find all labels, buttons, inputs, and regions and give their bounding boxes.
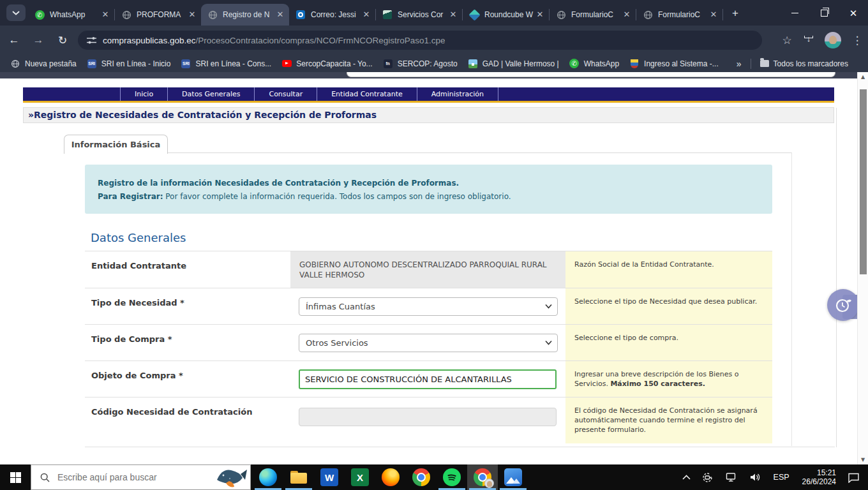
scrollbar-thumb[interactable] (860, 89, 867, 274)
bookmark-star-icon[interactable]: ☆ (776, 34, 798, 47)
taskbar-search-box[interactable] (31, 464, 251, 490)
field-help: El código de Necesidad de Contratación s… (565, 397, 772, 443)
tab-close-icon[interactable]: ✕ (448, 10, 458, 20)
profile-badge (484, 479, 494, 488)
tray-expand-chevron-icon[interactable] (682, 475, 691, 480)
tab-close-icon[interactable]: ✕ (708, 10, 719, 20)
taskbar-word-button[interactable]: W (314, 464, 345, 490)
menu-kebab-icon[interactable]: ⋮ (846, 34, 868, 47)
tab-search-button[interactable] (6, 4, 26, 21)
bookmark-gad-valle-hermoso[interactable]: GAD | Valle Hermoso | (468, 59, 559, 69)
page-header-search-edge (347, 72, 835, 77)
bookmarks-overflow-button[interactable]: » (737, 59, 742, 69)
taskbar-explorer-button[interactable] (283, 464, 314, 490)
taskbar-photos-button[interactable] (498, 464, 528, 490)
window-restore-button[interactable] (809, 0, 839, 26)
tipo-necesidad-select[interactable]: Ínfimas Cuantías (299, 297, 558, 316)
tab-close-icon[interactable]: ✕ (187, 10, 197, 20)
notification-center-icon[interactable] (848, 472, 860, 483)
system-tray: ESP 15:21 26/6/2024 (677, 464, 868, 490)
field-help: Seleccione el tipo de Necesidad que dese… (565, 288, 772, 324)
tab-close-icon[interactable]: ✕ (361, 10, 371, 20)
objeto-compra-input[interactable] (299, 369, 557, 389)
spotify-icon (443, 468, 461, 486)
tab-formulario-2[interactable]: FormularioC ✕ (636, 4, 722, 26)
clock[interactable]: 15:21 26/6/2024 (802, 468, 836, 486)
downloads-icon[interactable]: ↓ (804, 36, 814, 45)
scroll-up-icon[interactable]: ▲ (858, 74, 868, 80)
servicios-favicon (382, 10, 393, 20)
tab-title: Registro de N (223, 10, 275, 19)
sri-icon: SRI (181, 59, 191, 69)
all-bookmarks-button[interactable]: Todos los marcadores (760, 59, 848, 68)
address-bar[interactable]: compraspublicas.gob.ec/ProcesoContrataci… (78, 31, 762, 50)
meet-now-icon[interactable] (702, 472, 714, 483)
bookmark-nueva-pestana[interactable]: Nueva pestaña (10, 59, 77, 69)
forward-button[interactable]: → (29, 31, 47, 49)
tab-correo[interactable]: Correo: Jessi ✕ (289, 4, 375, 26)
search-box-fish-image (211, 466, 248, 489)
tab-formulario-1[interactable]: FormularioC ✕ (550, 4, 636, 26)
network-icon[interactable] (726, 472, 738, 482)
language-indicator[interactable]: ESP (774, 473, 789, 482)
bookmark-ingreso-sistema[interactable]: Ingreso al Sistema -... (629, 59, 719, 69)
tab-title: Servicios Cor (398, 10, 448, 19)
taskbar-spotify-button[interactable] (437, 464, 467, 490)
menu-item-datos-generales[interactable]: Datos Generales (167, 87, 254, 101)
taskbar-chrome-button[interactable] (406, 464, 437, 490)
taskbar-edge-button[interactable] (253, 464, 283, 490)
tab-title: Roundcube W (484, 10, 535, 19)
close-icon: ✕ (849, 8, 858, 18)
profile-avatar[interactable] (825, 32, 841, 48)
bookmark-label: SERCOP: Agosto (398, 59, 458, 68)
excel-icon: X (351, 468, 369, 486)
globe-icon (643, 10, 653, 20)
url-path: /ProcesoContratacion/compras/NCO/FrmNCOR… (196, 36, 445, 45)
menu-item-inicio[interactable]: Inicio (120, 87, 167, 101)
page-scrollbar[interactable]: ▲ ▼ (857, 72, 868, 464)
bookmark-sercop-agosto[interactable]: fn SERCOP: Agosto (383, 59, 458, 69)
bookmark-sri-inicio[interactable]: SRI SRI en Línea - Inicio (87, 59, 171, 69)
all-bookmarks-label: Todos los marcadores (774, 59, 848, 68)
tab-servicios[interactable]: Servicios Cor ✕ (376, 4, 462, 26)
tipo-compra-select[interactable]: Otros Servicios (299, 334, 558, 352)
info-notice: Registro de la información Necesidades d… (85, 165, 772, 214)
browser-toolbar: ← → ↻ compraspublicas.gob.ec/ProcesoCont… (0, 26, 868, 55)
new-tab-button[interactable]: + (728, 6, 743, 21)
tab-close-icon[interactable]: ✕ (100, 10, 110, 20)
scroll-down-icon[interactable]: ▼ (858, 457, 868, 463)
tab-registro-active[interactable]: Registro de N ✕ (201, 4, 289, 26)
content-divider-line (791, 152, 792, 446)
taskbar-firefox-button[interactable] (375, 464, 406, 490)
youtube-icon (281, 59, 292, 69)
menu-item-administracion[interactable]: Administración (417, 87, 498, 101)
outlook-icon (296, 10, 306, 20)
taskbar-search-input[interactable] (56, 471, 211, 483)
start-button[interactable] (0, 464, 31, 490)
session-timer-widget[interactable] (827, 289, 859, 321)
word-icon: W (320, 468, 338, 486)
site-info-icon[interactable] (87, 36, 96, 45)
bookmark-sri-consultas[interactable]: SRI SRI en Línea - Cons... (181, 59, 271, 69)
window-minimize-button[interactable] (780, 0, 809, 26)
form-row-entidad: Entidad Contratante GOBIERNO AUTONOMO DE… (85, 251, 772, 288)
minimize-icon (791, 13, 798, 13)
taskbar-chrome-profile-button-active[interactable] (467, 464, 498, 490)
tab-whatsapp[interactable]: WhatsApp ✕ (28, 4, 114, 26)
tab-close-icon[interactable]: ✕ (275, 10, 285, 20)
tab-roundcube[interactable]: Roundcube W ✕ (463, 4, 549, 26)
menu-item-consultar[interactable]: Consultar (254, 87, 317, 101)
tab-close-icon[interactable]: ✕ (622, 10, 632, 20)
tab-close-icon[interactable]: ✕ (535, 10, 545, 20)
bookmark-whatsapp[interactable]: WhatsApp (569, 59, 619, 69)
window-close-button[interactable]: ✕ (839, 0, 868, 26)
taskbar-excel-button[interactable]: X (345, 464, 375, 490)
reload-button[interactable]: ↻ (54, 31, 71, 49)
tab-baseline (167, 152, 791, 153)
volume-icon[interactable] (749, 472, 761, 482)
bookmark-sercopcapacita[interactable]: SercopCapacita - Yo... (281, 59, 372, 69)
tab-proforma[interactable]: PROFORMA ✕ (115, 4, 201, 26)
back-button[interactable]: ← (5, 31, 23, 49)
menu-item-entidad-contratante[interactable]: Entidad Contratante (317, 87, 417, 101)
tab-informacion-basica[interactable]: Información Básica (64, 135, 168, 154)
